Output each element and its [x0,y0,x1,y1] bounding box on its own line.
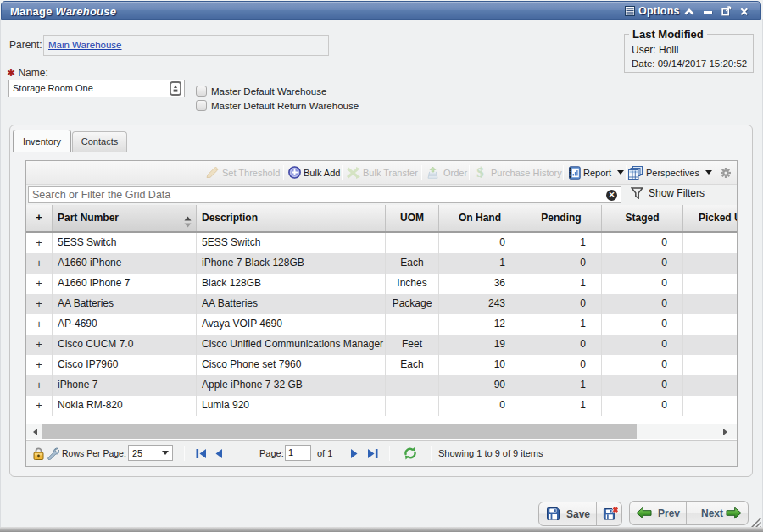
svg-text:S: S [476,166,484,179]
